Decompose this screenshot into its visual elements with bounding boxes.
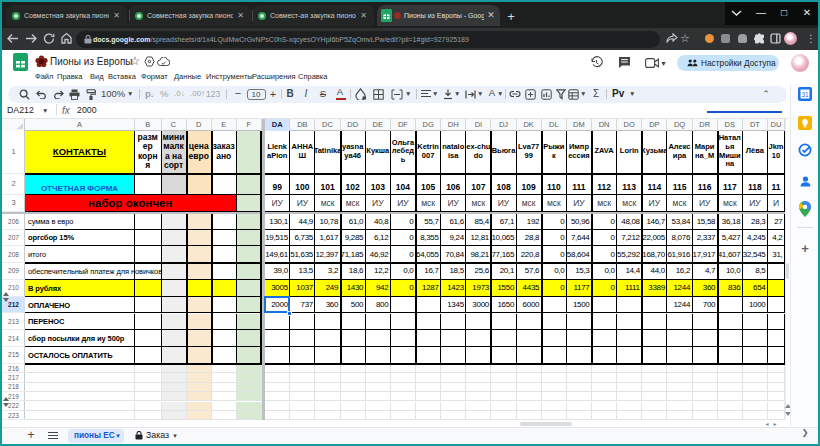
- svg-text:31: 31: [801, 91, 809, 98]
